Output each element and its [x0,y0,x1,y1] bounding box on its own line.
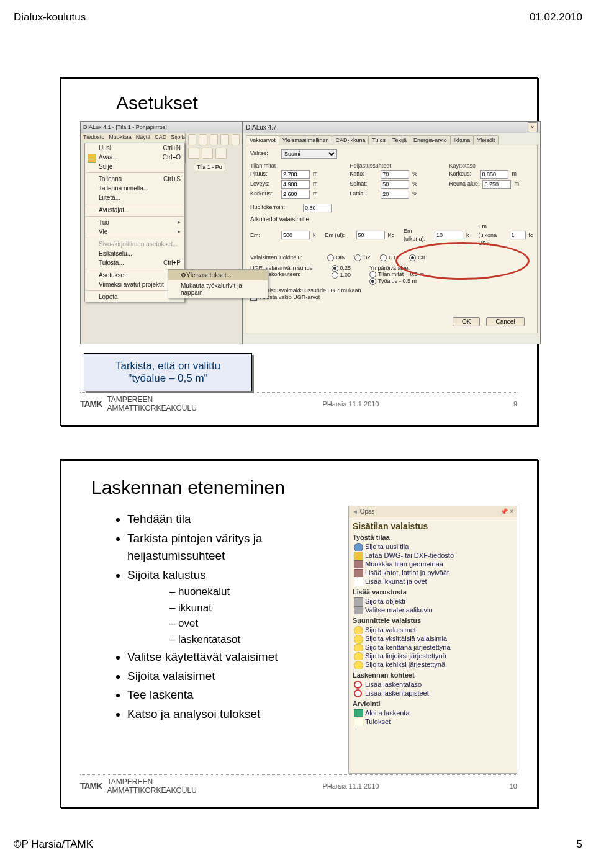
menu-sijoita[interactable]: Sijoita [171,134,186,140]
toolbar-button[interactable] [188,134,196,145]
submenu-mukauta[interactable]: Mukauta työkalurivit ja näppäin [168,280,268,298]
tab-yleismaailmallinen[interactable]: Yleismaailmallinen [279,135,333,145]
radio-tilanmitat[interactable]: Tilan mitat + 0.5 m [369,271,424,278]
toolbar-button[interactable] [215,148,227,159]
menu-muokkaa[interactable]: Muokkaa [109,134,132,140]
guide-link-kehiksi[interactable]: Sijoita kehiksi järjestettynä [353,660,513,669]
menu-item-tallenna[interactable]: TallennaCtrl+S [85,174,184,184]
gear-icon: ⚙ [181,272,186,279]
menu-item-vie[interactable]: Vie▸ [85,227,184,236]
menu-item-avaa[interactable]: Avaa...Ctrl+O [85,153,184,162]
toolbar-button[interactable] [220,134,228,145]
menu-item-tuo[interactable]: Tuo▸ [85,218,184,227]
reuna-input[interactable] [482,180,511,189]
subbullet-1: huonekalut [169,584,342,600]
tab-tulos[interactable]: Tulos [368,135,389,145]
kayttokorkeus-input[interactable] [480,170,508,179]
slide-2-title: Laskennan eteneminen [66,466,531,502]
menu-item-tulosta[interactable]: Tulosta...Ctrl+P [85,258,184,267]
guide-link-yksittaisia[interactable]: Sijoita yksittäisiä valaisimia [353,634,513,643]
submenu-yleisasetukset[interactable]: ⚙Yleisasetukset... [168,270,268,280]
radio-cie[interactable]: CIE [409,254,427,261]
toolbar-button[interactable] [202,148,213,159]
guide-cat-1: Työstä tilaa [353,534,513,541]
emulkona-label: Em (ulkona): [404,227,431,244]
radio-tyoalue[interactable]: Työalue - 0.5 m [369,278,424,285]
language-select[interactable]: Suomi [281,149,337,159]
guide-link-muokkaa-geom[interactable]: Muokkaa tilan geometriaa [353,560,513,568]
emul-label: Em (ul): [325,231,353,240]
guide-link-ikkunat-ovet[interactable]: Lisää ikkunat ja ovet [353,577,513,586]
menu-tiedosto[interactable]: Tiedosto [83,134,104,140]
slide-1-frame: Asetukset DIALux 4.1 - [Tila 1 - Pohjapi… [60,77,538,426]
menu-item-avustajat[interactable]: Avustajat... [85,205,184,215]
settings-submenu[interactable]: ⚙Yleisasetukset... Mukauta työkalurivit … [168,269,268,298]
guide-link-katot[interactable]: Lisää katot, lattiat ja pylväät [353,568,513,577]
guide-link-materiaali[interactable]: Valitse materiaalikuvio [353,606,513,614]
group-tilanmitat-title: Tilan mitat [250,163,334,169]
katto-input[interactable] [381,170,409,179]
menu-item-sivuasetukset: Sivu-/kirjoittimen asetukset... [85,239,184,249]
toolbar-button[interactable] [210,134,218,145]
menu-item-uusi[interactable]: UusiCtrl+N [85,143,184,153]
checkbox-ugrvakio[interactable]: Tulosta vakio UGR-arvot [250,294,533,301]
huolto-input[interactable] [303,204,332,212]
alkutiedot-title: Alkutiedot valaisimille [250,216,533,223]
leveys-input[interactable] [281,180,310,189]
app-toolbar [185,133,242,163]
document-tab[interactable]: Tila 1 - Po [194,163,225,171]
slide-2-bullets: Tehdään tila Tarkista pintojen väritys j… [102,511,342,723]
radio-din[interactable]: DIN [327,254,346,261]
menu-cad[interactable]: CAD [155,134,166,140]
window-icon [354,578,363,586]
seinat-input[interactable] [381,180,409,189]
tab-energia[interactable]: Energia-arvio [410,135,451,145]
radio-025[interactable]: 0.25 [332,265,351,272]
menu-item-sulje[interactable]: Sulje [85,162,184,171]
slide-1-title: Asetukset [66,84,531,115]
guide-link-aloita-laskenta[interactable]: Aloita laskenta [353,709,513,717]
guide-link-linjoiksi[interactable]: Sijoita linjoiksi järjestettynä [353,651,513,660]
tab-vakioarvot[interactable]: Vakioarvot [246,135,279,145]
radio-100[interactable]: 1.00 [332,272,351,279]
korkeus-input[interactable] [281,190,310,199]
tab-cadikkuna[interactable]: CAD-ikkuna [332,135,369,145]
emulkona-input[interactable] [435,231,463,239]
guide-link-sijoita-objekti[interactable]: Sijoita objekti [353,597,513,606]
guide-link-kenttana[interactable]: Sijoita kenttänä järjestettynä [353,643,513,651]
guide-link-tulokset[interactable]: Tulokset [353,717,513,726]
katto-label: Katto: [350,170,377,179]
lattia-input[interactable] [381,190,409,199]
ok-button[interactable]: OK [453,317,480,326]
wizard-icon [88,207,95,214]
emul-input[interactable] [356,231,385,239]
panel-pin-close[interactable]: 📌 × [500,508,513,515]
dialog-tabs[interactable]: Vakioarvot Yleismaailmallinen CAD-ikkuna… [243,133,540,145]
toolbar-button[interactable] [199,134,207,145]
guide-link-sijoita-tila[interactable]: Sijoita uusi tila [353,542,513,551]
guide-link-laskentataso[interactable]: Lisää laskentataso [353,680,513,689]
toolbar-button[interactable] [188,148,199,159]
cancel-button[interactable]: Cancel [486,317,524,326]
radio-bz[interactable]: BZ [354,254,371,261]
guide-link-laskentapisteet[interactable]: Lisää laskentapisteet [353,689,513,697]
checkbox-lg7[interactable]: Valaistusvoimakkuussuhde LG 7 mukaan [250,287,533,294]
tab-yleisolt[interactable]: Yleisölt [473,135,499,145]
footer-center: PHarsia 11.1.2010 [197,782,505,790]
em-input[interactable] [281,231,310,239]
guide-link-lataa-dwg[interactable]: Lataa DWG- tai DXF-tiedosto [353,551,513,560]
radio-utr[interactable]: UTE [380,254,400,261]
em-label: Em: [250,231,278,240]
pituus-input[interactable] [281,170,310,179]
tab-tekija[interactable]: Tekijä [389,135,410,145]
menu-nayta[interactable]: Näytä [136,134,151,140]
menu-item-esikatselu[interactable]: Esikatselu... [85,249,184,258]
tab-ikkuna[interactable]: Ikkuna [450,135,474,145]
toolbar-button[interactable] [232,134,240,145]
close-icon[interactable]: × [528,122,538,132]
menu-item-tallennanimella[interactable]: Tallenna nimellä... [85,184,184,193]
guide-link-sijoita-valaisimet[interactable]: Sijoita valaisimet [353,625,513,634]
emulus-input[interactable] [510,231,526,239]
leveys-label: Leveys: [250,180,278,189]
menu-item-liiteta[interactable]: Liitetä... [85,193,184,202]
